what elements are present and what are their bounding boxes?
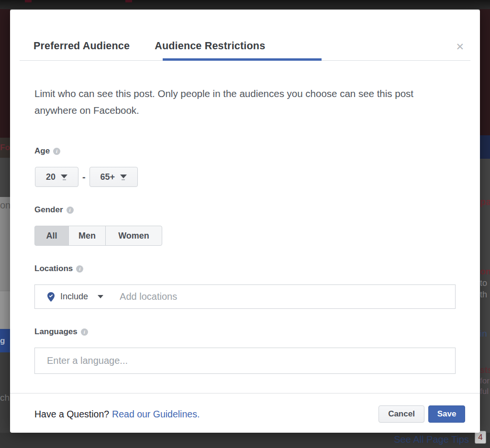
text-fragment: on	[480, 266, 490, 277]
cancel-button[interactable]: Cancel	[379, 405, 424, 423]
cover-photo-fragment-left	[0, 9, 10, 138]
save-button[interactable]: Save	[428, 405, 465, 423]
dialog-tabs: Preferred Audience Audience Restrictions	[33, 40, 265, 52]
locations-label: Locations i	[34, 264, 83, 273]
languages-label: Languages i	[34, 327, 88, 337]
text-fragment: for	[480, 376, 490, 386]
topbar-decoration	[25, 0, 32, 2]
info-icon[interactable]: i	[53, 148, 60, 155]
info-icon[interactable]: i	[67, 207, 74, 214]
tab-preferred-audience[interactable]: Preferred Audience	[33, 40, 130, 52]
chevron-down-icon	[98, 295, 103, 298]
text-fragment: on	[0, 200, 10, 211]
cover-photo-fragment-right	[480, 9, 490, 135]
blue-button-fragment	[480, 135, 490, 159]
text-fragment: in	[480, 328, 490, 339]
location-pin-icon	[47, 292, 55, 302]
tab-audience-restrictions[interactable]: Audience Restrictions	[155, 40, 265, 52]
background-section	[0, 291, 10, 329]
age-max-dropdown[interactable]: 65+	[89, 167, 138, 187]
guidelines-link[interactable]: Read our Guidelines.	[112, 409, 200, 420]
background-section: pa on to th in sts for ful	[480, 159, 490, 433]
text-fragment: sts	[480, 364, 490, 376]
age-range-row: 20 - 65+	[35, 167, 138, 187]
background-section: on	[0, 197, 10, 291]
text-fragment: pa	[480, 196, 490, 208]
dialog-description: Limit who can see this post. Only people…	[34, 85, 458, 119]
background-section	[0, 158, 10, 197]
age-range-separator: -	[82, 172, 86, 183]
age-min-value: 20	[46, 172, 56, 182]
page-tips-bar: See All Page Tips 4	[0, 433, 490, 448]
text-fragment: ful	[480, 386, 490, 397]
footer-divider	[10, 393, 480, 393]
text-fragment: ch	[0, 393, 10, 403]
languages-label-text: Languages	[34, 327, 78, 337]
page-tips-count-badge: 4	[475, 431, 486, 444]
screen: Fo on g p ch pa on to th in sts for ful …	[0, 0, 490, 448]
locations-field: Include	[34, 284, 456, 309]
gender-button-group: All Men Women	[34, 226, 162, 246]
blue-button-fragment: g p	[0, 329, 10, 352]
dialog-footer: Have a Question? Read our Guidelines. Ca…	[34, 405, 465, 423]
chevron-down-icon	[120, 175, 127, 180]
topbar-decoration	[125, 0, 132, 2]
info-icon[interactable]: i	[81, 328, 88, 336]
gender-label-text: Gender	[34, 205, 63, 215]
locations-mode-value: Include	[60, 292, 88, 302]
age-min-dropdown[interactable]: 20	[35, 167, 78, 187]
info-icon[interactable]: i	[76, 265, 83, 273]
languages-input[interactable]	[35, 348, 455, 373]
close-icon[interactable]: ✕	[456, 41, 464, 53]
active-tab-indicator	[163, 58, 322, 61]
gender-option-all[interactable]: All	[34, 226, 69, 246]
age-label-text: Age	[34, 146, 50, 156]
age-label: Age i	[34, 146, 60, 156]
languages-field	[34, 348, 456, 374]
gender-option-men[interactable]: Men	[68, 226, 106, 246]
gender-label: Gender i	[34, 205, 74, 215]
chevron-down-icon	[61, 175, 67, 180]
audience-restrictions-dialog: Preferred Audience Audience Restrictions…	[10, 10, 480, 433]
locations-input[interactable]	[120, 291, 455, 302]
browser-top-bar	[0, 0, 490, 9]
see-all-page-tips-link[interactable]: See All Page Tips	[394, 434, 469, 445]
text-fragment: to	[480, 277, 490, 289]
footer-question-text: Have a Question?	[34, 409, 109, 420]
locations-mode-dropdown[interactable]: Include	[35, 292, 103, 302]
gender-option-women[interactable]: Women	[105, 226, 162, 246]
text-fragment: th	[480, 289, 490, 300]
age-max-value: 65+	[100, 172, 115, 182]
locations-label-text: Locations	[34, 264, 73, 273]
page-tab-fragment: Fo	[0, 138, 10, 158]
